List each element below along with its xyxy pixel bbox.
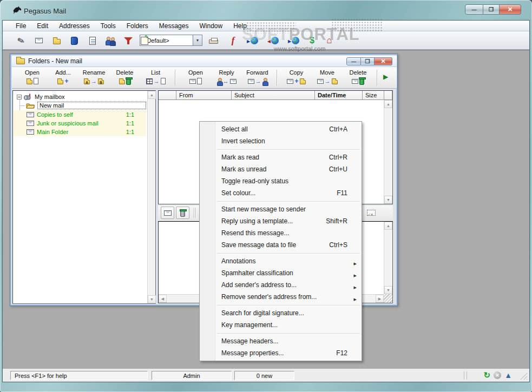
- purchase-button[interactable]: [304, 33, 320, 48]
- check-mail-button[interactable]: [265, 33, 281, 48]
- address-book-button[interactable]: [66, 33, 83, 48]
- column-header-datetime[interactable]: Date/Time: [315, 91, 363, 100]
- font-button[interactable]: [225, 33, 241, 48]
- scroll-up-icon[interactable]: [384, 100, 392, 108]
- distribution-list-button[interactable]: [84, 33, 101, 48]
- move-message-button[interactable]: Move: [312, 69, 342, 87]
- column-header-size[interactable]: Size: [363, 91, 384, 100]
- expand-icon[interactable]: [504, 371, 512, 380]
- tree-item-main-folder[interactable]: Main Folder 1:1: [14, 128, 146, 136]
- menu-window[interactable]: Window: [194, 21, 228, 31]
- scroll-down-icon[interactable]: [148, 295, 156, 303]
- message-copy-icon: [287, 77, 305, 85]
- menu-item-key-management[interactable]: Key management...: [200, 319, 362, 331]
- send-queued-mail-button[interactable]: [285, 33, 302, 48]
- minimize-button[interactable]: [465, 4, 483, 15]
- compose-message-button[interactable]: [12, 33, 29, 48]
- menu-item-add-sender-address[interactable]: Add sender's address to...: [200, 279, 362, 291]
- scroll-up-icon[interactable]: [148, 91, 156, 99]
- menu-item-set-colour[interactable]: Set colour... F11: [200, 187, 362, 199]
- column-label: Size: [365, 92, 377, 98]
- resize-grip[interactable]: [384, 294, 392, 303]
- delete-message-button[interactable]: Delete: [343, 69, 373, 87]
- read-message-button[interactable]: [161, 207, 174, 219]
- add-folder-button[interactable]: Add...: [48, 69, 78, 87]
- forward-button[interactable]: Forward: [242, 69, 272, 87]
- folder-list-icon: [146, 77, 166, 85]
- folders-minimize-button[interactable]: [346, 57, 361, 65]
- menu-item-search-digital-signature[interactable]: Search for digital signature...: [200, 307, 362, 319]
- menu-item-start-new-message[interactable]: Start new message to sender: [200, 203, 362, 215]
- note-pencil-button[interactable]: [136, 33, 153, 48]
- preview-vscrollbar[interactable]: [384, 222, 392, 294]
- column-header-status[interactable]: [159, 91, 176, 100]
- menu-item-message-headers[interactable]: Message headers...: [200, 335, 362, 347]
- maximize-button[interactable]: [483, 4, 500, 15]
- title-bar[interactable]: Pegasus Mail: [0, 0, 532, 21]
- menu-item-resend-message[interactable]: Resend this message...: [200, 227, 362, 239]
- scroll-down-icon[interactable]: [384, 196, 392, 204]
- rename-folder-button[interactable]: Rename: [79, 69, 109, 87]
- status-bar: Press <F1> for help Admin 0 new: [3, 369, 529, 382]
- folder-count: 1:1: [126, 111, 134, 118]
- tree-item-new-mail[interactable]: New mail: [26, 101, 146, 110]
- menu-item-annotations[interactable]: Annotations: [200, 255, 362, 267]
- read-mail-button[interactable]: [30, 33, 47, 48]
- menu-item-message-properties[interactable]: Message properties... F12: [200, 347, 362, 359]
- window-resize-grip[interactable]: [520, 372, 527, 380]
- folders-button[interactable]: [48, 33, 65, 48]
- menu-item-reply-template[interactable]: Reply using a template... Shift+R: [200, 215, 362, 227]
- reply-button[interactable]: Reply: [212, 69, 241, 87]
- delete-folder-button[interactable]: Delete: [110, 69, 140, 87]
- menu-item-mark-as-unread[interactable]: Mark as unread Ctrl+U: [200, 163, 362, 175]
- close-icon: [380, 58, 385, 65]
- open-message-button[interactable]: Open: [181, 69, 211, 87]
- open-folder-button[interactable]: Open: [17, 69, 47, 87]
- column-header-from[interactable]: From: [176, 91, 232, 100]
- tree-scrollbar[interactable]: [147, 91, 155, 303]
- scroll-right-icon[interactable]: [376, 295, 384, 303]
- menu-help[interactable]: Help: [228, 21, 252, 31]
- menu-item-mark-as-read[interactable]: Mark as read Ctrl+R: [200, 151, 362, 163]
- collapse-icon[interactable]: [17, 95, 22, 99]
- close-button[interactable]: [500, 4, 521, 15]
- menu-item-spamhalter[interactable]: Spamhalter classification: [200, 267, 362, 279]
- chevron-down-icon[interactable]: [193, 35, 202, 45]
- folders-maximize-button[interactable]: [361, 57, 375, 65]
- menu-item-invert-selection[interactable]: Invert selection: [200, 135, 362, 147]
- menu-edit[interactable]: Edit: [31, 21, 54, 31]
- scroll-down-icon[interactable]: [384, 286, 392, 294]
- tree-item-junk-mail[interactable]: Junk or suspicious mail 1:1: [14, 119, 146, 128]
- folders-close-button[interactable]: [375, 57, 392, 65]
- stop-icon[interactable]: [494, 371, 501, 379]
- scroll-left-icon[interactable]: [159, 295, 167, 303]
- menu-item-save-message-data[interactable]: Save message data to file Ctrl+S: [200, 239, 362, 251]
- check-host-button[interactable]: [244, 33, 261, 48]
- menu-addresses[interactable]: Addresses: [54, 21, 95, 31]
- menu-folders[interactable]: Folders: [121, 21, 154, 31]
- refresh-icon[interactable]: [484, 370, 491, 380]
- menu-tools[interactable]: Tools: [95, 21, 121, 31]
- tree-item-copies-to-self[interactable]: Copies to self 1:1: [14, 110, 146, 119]
- menu-messages[interactable]: Messages: [154, 21, 194, 31]
- column-header-subject[interactable]: Subject: [232, 91, 315, 100]
- main-toolbar: <Default>: [3, 31, 529, 50]
- menu-item-remove-sender-address[interactable]: Remove sender's address from...: [200, 291, 362, 303]
- local-users-button[interactable]: [102, 33, 119, 48]
- print-button[interactable]: [205, 33, 222, 48]
- menu-item-shortcut: Ctrl+U: [329, 165, 347, 173]
- menu-item-select-all[interactable]: Select all Ctrl+A: [200, 123, 362, 135]
- menu-file[interactable]: File: [10, 21, 31, 31]
- menu-item-label: Toggle read-only status: [221, 177, 341, 185]
- folders-window-titlebar[interactable]: Folders - New mail: [12, 56, 397, 67]
- scroll-up-icon[interactable]: [384, 222, 392, 230]
- tree-root-row[interactable]: My mailbox: [17, 92, 65, 101]
- copy-message-button[interactable]: Copy: [281, 69, 311, 87]
- list-folder-button[interactable]: List: [141, 69, 170, 87]
- delete-preview-button[interactable]: [176, 207, 189, 219]
- more-tools-button[interactable]: [383, 73, 388, 81]
- message-list-scrollbar[interactable]: [384, 100, 392, 204]
- message-status-button[interactable]: [364, 207, 378, 219]
- menu-item-toggle-read-only[interactable]: Toggle read-only status: [200, 175, 362, 187]
- home-button[interactable]: [321, 33, 338, 48]
